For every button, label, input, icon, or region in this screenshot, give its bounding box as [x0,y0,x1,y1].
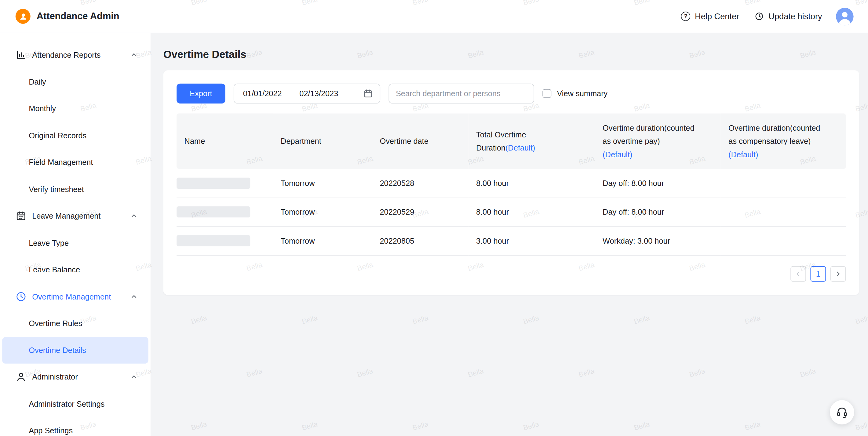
column-header-total-duration: Total OvertimeDuration(Default) [468,114,595,169]
search-input[interactable] [389,84,534,103]
view-summary-control[interactable]: View summary [542,89,608,98]
table-header-row: NameDepartmentOvertime dateTotal Overtim… [177,114,846,169]
calendar-icon [16,210,27,221]
redacted-name [177,177,250,188]
help-center-link[interactable]: ? Help Center [681,11,739,21]
bar-chart-icon [16,50,27,60]
sidebar-nav: Attendance ReportsDailyMonthlyOriginal R… [0,41,151,436]
sidebar-item-verify-timesheet[interactable]: Verify timesheet [2,176,149,203]
sidebar-section-label: Overtime Management [32,292,131,301]
sidebar-section-label: Administrator [32,373,131,381]
cell-overtime-date: 20220529 [372,197,468,226]
chevron-up-icon [131,293,137,300]
overtime-table: NameDepartmentOvertime dateTotal Overtim… [177,114,846,255]
redacted-name [177,235,250,246]
export-button[interactable]: Export [177,84,225,103]
app-root: Attendance Admin ? Help Center Update hi… [0,0,868,436]
column-header-overtime-pay: Overtime duration(countedas overtime pay… [595,114,721,169]
cell-overtime-pay: Day off: 8.00 hour [595,169,721,197]
cell-overtime-date: 20220805 [372,226,468,255]
update-history-label: Update history [769,11,822,21]
clock-icon [16,291,27,302]
sidebar-section-leave-management[interactable]: Leave Management [0,203,151,229]
view-summary-label: View summary [557,89,608,98]
user-avatar[interactable] [836,7,854,25]
cell-compensatory-leave [721,226,846,255]
column-header-name: Name [177,114,273,169]
cell-compensatory-leave [721,197,846,226]
date-end: 02/13/2023 [299,89,338,98]
person-icon [19,12,28,21]
sidebar-item-administrator-settings[interactable]: Administrator Settings [2,391,149,417]
pagination: 1 [177,266,846,281]
sidebar-item-monthly[interactable]: Monthly [2,95,149,122]
cell-name [177,226,273,255]
page-title: Overtime Details [163,49,859,61]
sidebar-item-field-management[interactable]: Field Management [2,149,149,176]
date-start: 01/01/2022 [243,89,282,98]
app-title: Attendance Admin [37,11,119,22]
cell-overtime-pay: Day off: 8.00 hour [595,197,721,226]
next-page-button[interactable] [831,266,846,281]
help-icon: ? [681,11,690,21]
cell-overtime-date: 20220528 [372,169,468,197]
redacted-name [177,207,250,217]
table-row: Tomorrow202208053.00 hourWorkday: 3.00 h… [177,226,846,255]
column-header-department: Department [273,114,372,169]
history-clock-icon [755,11,764,21]
sidebar-section-overtime-management[interactable]: Overtime Management [0,283,151,310]
chevron-right-icon [835,270,841,277]
avatar-person-icon [836,7,854,25]
chevron-up-icon [131,52,137,58]
sidebar-item-app-settings[interactable]: App Settings [2,417,149,436]
cell-total-duration: 3.00 hour [468,226,595,255]
column-header-compensatory-leave: Overtime duration(countedas compensatory… [721,114,846,169]
column-header-overtime-date: Overtime date [372,114,468,169]
cell-department: Tomorrow [273,226,372,255]
content-card: Export 01/01/2022 – 02/13/2023 [163,70,859,294]
cell-department: Tomorrow [273,197,372,226]
sidebar-section-attendance-reports[interactable]: Attendance Reports [0,41,151,68]
person-icon [16,372,27,382]
calendar-icon [363,89,373,99]
sidebar-item-leave-balance[interactable]: Leave Balance [2,256,149,283]
support-fab[interactable] [830,400,854,425]
sidebar-section-label: Attendance Reports [32,51,131,59]
chevron-up-icon [131,213,137,219]
table-row: Tomorrow202205298.00 hourDay off: 8.00 h… [177,197,846,226]
cell-name [177,169,273,197]
view-summary-checkbox[interactable] [542,89,551,98]
table-row: Tomorrow202205288.00 hourDay off: 8.00 h… [177,169,846,197]
sidebar-item-overtime-details[interactable]: Overtime Details [2,337,149,364]
header-right: ? Help Center Update history [665,7,854,25]
page-body: Attendance ReportsDailyMonthlyOriginal R… [0,33,868,436]
cell-compensatory-leave [721,169,846,197]
prev-page-button[interactable] [790,266,806,281]
cell-overtime-pay: Workday: 3.00 hour [595,226,721,255]
cell-total-duration: 8.00 hour [468,169,595,197]
help-center-label: Help Center [695,11,739,21]
sidebar-section-administrator[interactable]: Administrator [0,364,151,391]
page-number-button[interactable]: 1 [811,266,826,281]
chevron-up-icon [131,374,137,380]
sidebar-item-daily[interactable]: Daily [2,68,149,95]
sidebar-item-original-records[interactable]: Original Records [2,122,149,149]
cell-department: Tomorrow [273,169,372,197]
main-content: Overtime Details Export 01/01/2022 – 02/… [151,33,868,436]
app-logo-icon [16,9,31,24]
cell-name [177,197,273,226]
sidebar-section-label: Leave Management [32,212,131,220]
table-body: Tomorrow202205288.00 hourDay off: 8.00 h… [177,169,846,255]
update-history-link[interactable]: Update history [755,11,822,21]
date-separator: – [288,89,292,98]
toolbar: Export 01/01/2022 – 02/13/2023 [177,84,846,103]
sidebar: Attendance ReportsDailyMonthlyOriginal R… [0,33,151,436]
sidebar-item-leave-type[interactable]: Leave Type [2,229,149,256]
header-left: Attendance Admin [16,9,119,24]
cell-total-duration: 8.00 hour [468,197,595,226]
date-range-picker[interactable]: 01/01/2022 – 02/13/2023 [234,84,380,103]
chevron-left-icon [795,270,802,277]
top-header: Attendance Admin ? Help Center Update hi… [0,0,868,33]
headset-icon [836,406,848,418]
sidebar-item-overtime-rules[interactable]: Overtime Rules [2,310,149,337]
